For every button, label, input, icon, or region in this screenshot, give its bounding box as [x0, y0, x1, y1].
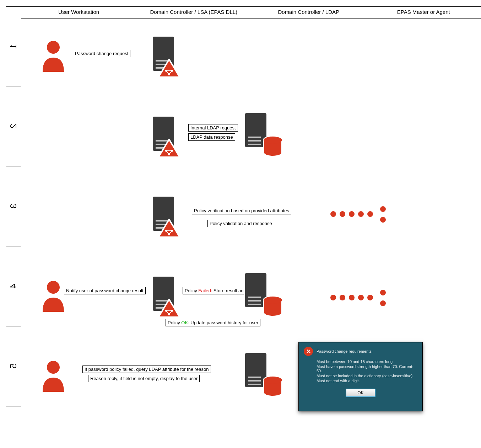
req-line-1: Must be between 10 and 15 characters lon…	[317, 359, 417, 364]
msg-ldap-request: Internal LDAP request	[188, 124, 238, 132]
password-requirements-dialog: ✕ Password change requirements: Must be …	[298, 342, 423, 411]
msg-policy-verify: Policy verification based on provided at…	[192, 207, 291, 214]
step-5-label: 5	[9, 364, 18, 368]
epas-dots-pair-icon	[380, 290, 386, 306]
error-icon: ✕	[304, 347, 313, 356]
col-ldap: Domain Controller / LDAP	[251, 7, 366, 18]
user-icon	[39, 358, 67, 394]
req-line-3: Must not be included in the dictionary (…	[317, 374, 417, 378]
server-lsa-icon	[149, 274, 181, 321]
req-line-2: Must have a password strength higher tha…	[317, 364, 417, 373]
dialog-ok-button[interactable]: OK	[346, 389, 375, 397]
row-3: Policy verification based on provided at…	[21, 178, 481, 258]
dialog-title: Password change requirements:	[317, 349, 373, 353]
step-number-strip: 1 2 3 4 5	[6, 6, 21, 406]
req-line-4: Must not end with a digit.	[317, 379, 417, 383]
column-header-row: User Workstation Domain Controller / LSA…	[21, 6, 481, 18]
server-lsa-icon	[149, 34, 181, 81]
epas-dots-icon	[330, 211, 373, 217]
msg-reason-reply: Reason reply, if field is not empty, dis…	[88, 375, 200, 382]
msg-ldap-response: LDAP data response	[188, 133, 235, 141]
row-4: Notify user of password change result Po…	[21, 258, 481, 338]
col-lsa: Domain Controller / LSA (EPAS DLL)	[136, 7, 252, 18]
step-2-label: 2	[9, 124, 18, 128]
user-icon	[39, 278, 67, 314]
server-ldap-icon	[242, 271, 284, 321]
col-epas: EPAS Master or Agent	[366, 7, 481, 18]
step-3-label: 3	[9, 204, 18, 208]
msg-query-reason: If password policy failed, query LDAP at…	[82, 366, 211, 373]
msg-policy-ok: Policy OK: Update password history for u…	[166, 319, 260, 326]
row-5: If password policy failed, query LDAP at…	[21, 338, 481, 418]
server-ldap-icon	[242, 111, 284, 161]
step-1-label: 1	[9, 44, 18, 49]
msg-notify-user: Notify user of password change result	[64, 287, 146, 294]
row-2: Internal LDAP request LDAP data response	[21, 98, 481, 178]
col-user: User Workstation	[21, 7, 136, 18]
row-1: Password change request	[21, 18, 481, 98]
step-4-label: 4	[9, 284, 18, 288]
server-lsa-icon	[149, 194, 181, 241]
server-lsa-icon	[149, 114, 181, 161]
msg-policy-validate: Policy validation and response	[207, 220, 274, 227]
epas-dots-pair-icon	[380, 206, 386, 223]
diagram-canvas: User Workstation Domain Controller / LSA…	[0, 0, 481, 448]
server-ldap-icon	[242, 351, 284, 401]
epas-dots-icon	[330, 295, 373, 300]
user-icon	[39, 38, 67, 74]
msg-password-change-request: Password change request	[73, 50, 130, 57]
